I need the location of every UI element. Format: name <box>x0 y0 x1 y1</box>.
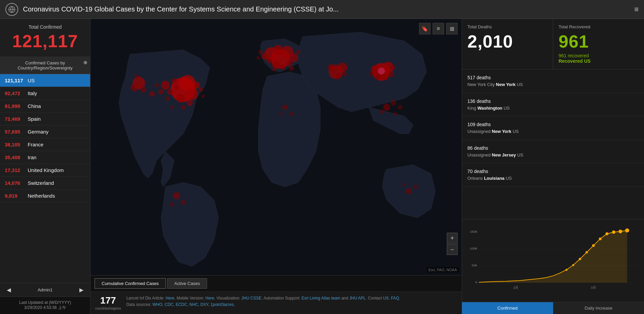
nav-prev-arrow[interactable]: ◀ <box>4 286 14 294</box>
footer-link-here2[interactable]: Here <box>205 296 214 301</box>
svg-point-10 <box>181 105 185 110</box>
nav-next-arrow[interactable]: ▶ <box>77 286 86 294</box>
map-attribution: Esri, FAO, NOAA <box>427 267 459 273</box>
svg-point-52 <box>375 75 381 80</box>
footer-link-esri[interactable]: Esri Living Atlas team <box>302 296 340 301</box>
map-area: 🔖 ≡ ⊞ <box>91 19 462 314</box>
country-item[interactable]: 81,999China <box>0 100 90 113</box>
footer-text-7: . <box>389 296 391 301</box>
svg-point-45 <box>335 73 341 79</box>
country-name-0: US <box>28 78 35 83</box>
country-name-7: United Kingdom <box>28 167 64 173</box>
country-list[interactable]: 121,117US92,472Italy81,999China72,469Spa… <box>0 74 90 283</box>
svg-point-61 <box>282 105 288 110</box>
sidebar: Total Confirmed 121,117 Confirmed Cases … <box>0 19 91 314</box>
svg-point-34 <box>286 60 292 66</box>
list-button[interactable]: ≡ <box>433 23 444 34</box>
svg-point-18 <box>154 83 159 87</box>
footer-text-2: . Mobile Version: <box>174 296 205 301</box>
footer-link-faq[interactable]: FAQ <box>391 296 399 301</box>
chart-tab-daily-increase[interactable]: Daily Increase <box>553 302 644 314</box>
footer-text-4: . Automation Support: <box>261 296 302 301</box>
death-item: 109 deaths Unassigned New York US <box>462 116 644 140</box>
tab-cumulative-confirmed[interactable]: Cumulative Confirmed Cases <box>95 278 166 289</box>
svg-point-33 <box>261 53 268 60</box>
country-count-9: 9,819 <box>5 193 25 199</box>
svg-point-58 <box>398 105 402 110</box>
svg-point-26 <box>170 202 174 207</box>
country-item[interactable]: 38,105France <box>0 138 90 151</box>
svg-point-9 <box>199 87 203 92</box>
total-recovered-label: Total Recovered <box>559 24 639 29</box>
footer-text-6: . Contact <box>366 296 383 301</box>
map-tabs: Cumulative Confirmed Cases Active Cases <box>91 275 462 291</box>
svg-point-38 <box>258 50 263 54</box>
expand-icon[interactable]: ⊕ <box>83 60 87 65</box>
chart-tabs: Confirmed Daily Increase <box>462 302 644 314</box>
svg-point-25 <box>180 200 186 205</box>
svg-point-13 <box>140 86 146 92</box>
country-name-2: China <box>28 103 41 109</box>
footer-link-csse[interactable]: JHU CSSE <box>241 296 261 301</box>
country-header-text: Confirmed Cases by Country/Region/Sovere… <box>18 60 73 70</box>
chart-container: 150k 100k 50k 0 2月 3月 <box>462 220 644 302</box>
country-item[interactable]: 35,408Iran <box>0 151 90 164</box>
svg-text:50k: 50k <box>472 263 477 267</box>
app-logo <box>5 3 18 16</box>
country-item[interactable]: 57,695Germany <box>0 125 90 138</box>
death-count-4: 70 deaths <box>467 168 639 175</box>
total-confirmed-label: Total Confirmed <box>5 24 85 30</box>
menu-button[interactable]: ≡ <box>634 5 639 14</box>
death-location-4: Orleans Louisiana US <box>467 175 639 182</box>
svg-point-8 <box>187 100 193 106</box>
zoom-out-button[interactable]: − <box>447 244 458 255</box>
total-confirmed-panel: Total Confirmed 121,117 <box>0 19 90 57</box>
country-name-5: France <box>28 142 44 147</box>
country-count-5: 38,105 <box>5 142 25 147</box>
svg-point-60 <box>378 67 385 75</box>
svg-point-7 <box>174 85 179 90</box>
footer-link-jhu[interactable]: JHU APL <box>349 296 366 301</box>
footer-link-here1[interactable]: Here <box>165 296 174 301</box>
svg-text:2月: 2月 <box>513 286 519 289</box>
death-item: 136 deaths King Washington US <box>462 93 644 117</box>
footer-text-5: and <box>340 296 350 301</box>
app-title: Coronavirus COVID-19 Global Cases by the… <box>23 5 629 13</box>
bookmark-button[interactable]: 🔖 <box>419 23 431 34</box>
death-count-2: 109 deaths <box>467 121 639 128</box>
total-recovered-panel: Total Recovered 961 961 recovered Recove… <box>553 19 644 69</box>
svg-point-66 <box>403 183 406 186</box>
svg-point-46 <box>342 72 347 76</box>
map-canvas[interactable]: + − Esri, FAO, NOAA <box>91 19 462 275</box>
deaths-list: 517 deaths New York City New York US 136… <box>462 69 644 220</box>
country-item[interactable]: 72,469Spain <box>0 113 90 125</box>
country-item[interactable]: 14,076Switzerland <box>0 177 90 190</box>
footer-link-us[interactable]: US <box>383 296 389 301</box>
last-updated-label: Last Updated at (M/D/YYYY) <box>5 300 85 305</box>
chart-tab-confirmed[interactable]: Confirmed <box>462 302 553 314</box>
total-deaths-number: 2,010 <box>467 31 547 52</box>
country-item[interactable]: 121,117US <box>0 74 90 87</box>
death-count-0: 517 deaths <box>467 74 639 81</box>
country-count-1: 92,472 <box>5 90 25 96</box>
svg-point-55 <box>383 104 390 111</box>
chart-svg: 150k 100k 50k 0 2月 3月 <box>465 223 641 302</box>
total-recovered-sub: 961 recovered Recovered US <box>559 53 639 64</box>
map-zoom-controls: + − <box>447 233 458 255</box>
country-item[interactable]: 9,819Netherlands <box>0 190 90 202</box>
svg-point-51 <box>388 71 394 77</box>
zoom-in-button[interactable]: + <box>447 233 458 244</box>
death-location-bold-0: New York <box>496 82 516 87</box>
tab-active-cases[interactable]: Active Cases <box>167 278 207 289</box>
footer-sources-link[interactable]: WHO, CDC, ECDC, NHC, DXY, 1point3acres, <box>153 302 235 307</box>
svg-point-5 <box>177 94 185 103</box>
country-item[interactable]: 92,472Italy <box>0 87 90 100</box>
footer-text-1: Lancet Inf Dis Article: <box>126 296 165 301</box>
total-deaths-panel: Total Deaths 2,010 <box>462 19 553 69</box>
death-item: 70 deaths Orleans Louisiana US <box>462 163 644 187</box>
country-item[interactable]: 17,312United Kingdom <box>0 164 90 177</box>
svg-point-37 <box>296 50 300 54</box>
qr-button[interactable]: ⊞ <box>446 23 458 34</box>
right-panel: Total Deaths 2,010 Total Recovered 961 9… <box>462 19 644 314</box>
svg-point-24 <box>173 192 180 199</box>
